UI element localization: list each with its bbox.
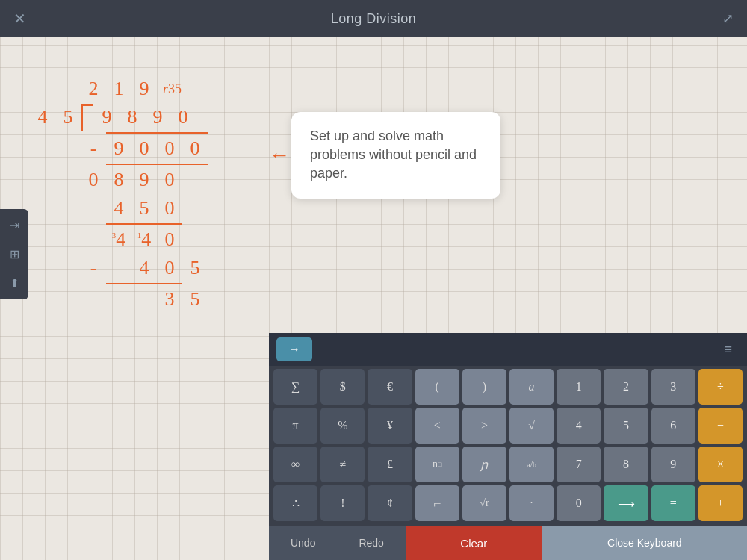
key-sqrt-r[interactable]: √r: [462, 485, 506, 521]
key-euro[interactable]: €: [368, 369, 412, 405]
keyboard-bottom-row: Undo Redo Clear Close Keyboard: [269, 526, 747, 560]
key-pound[interactable]: £: [368, 447, 412, 482]
dividend-digit-3: 9: [145, 106, 170, 128]
sidebar-grid-icon[interactable]: ⊞: [7, 244, 22, 264]
key-n-superscript[interactable]: n□: [415, 447, 459, 482]
sub1-digit-1: 9: [106, 137, 131, 160]
kb-row-3: ∞ ≠ £ n□ ɲ a/b 7 8 9 ×: [273, 447, 743, 482]
key-1[interactable]: 1: [557, 369, 601, 405]
result1-digit-4: 0: [157, 169, 182, 191]
key-8[interactable]: 8: [604, 447, 648, 482]
keyboard-lines-icon: ≡: [724, 342, 732, 358]
key-7[interactable]: 7: [557, 447, 601, 482]
division-bracket: [81, 104, 93, 131]
step2-digit-1: 4: [106, 197, 131, 220]
left-sidebar: ⇥ ⊞ ⬆: [0, 209, 28, 299]
quotient-digit-1: 2: [81, 78, 106, 100]
key-6[interactable]: 6: [651, 408, 695, 444]
key-0[interactable]: 0: [557, 485, 601, 521]
key-greater-than[interactable]: >: [462, 408, 506, 444]
divisor-digit-2: 5: [55, 106, 81, 128]
step3-digit-1: 34: [106, 228, 131, 251]
header-bar: ✕ Long Division ⤢: [0, 0, 747, 37]
key-n-stroke[interactable]: ɲ: [462, 447, 506, 482]
kb-row-1: ∑ $ € ( ) a 1 2 3 ÷: [273, 369, 743, 405]
keyboard-arrow-button[interactable]: →: [276, 337, 312, 361]
key-infinity[interactable]: ∞: [273, 447, 317, 482]
subtract-sign-2: -: [81, 257, 106, 279]
key-sqrt[interactable]: √: [509, 408, 554, 444]
dividend-digit-2: 8: [120, 106, 145, 128]
quotient-digit-3: 9: [131, 78, 157, 100]
key-therefore[interactable]: ∴: [273, 485, 317, 521]
redo-button[interactable]: Redo: [337, 526, 405, 560]
kb-row-2: π % ¥ < > √ 4 5 6 −: [273, 408, 743, 444]
sidebar-import-icon[interactable]: ⇥: [7, 215, 22, 235]
key-9[interactable]: 9: [651, 447, 695, 482]
final-digit-2: 3: [157, 288, 182, 311]
key-minus[interactable]: −: [698, 408, 743, 444]
sub2-digit-3: 5: [182, 257, 208, 279]
key-5[interactable]: 5: [604, 408, 648, 444]
tooltip-box: ← Set up and solve math problems without…: [291, 112, 500, 199]
page-title: Long Division: [331, 11, 417, 27]
sub1-digit-3: 0: [157, 137, 182, 160]
kb-row-4: ∴ ! ¢ ⌐ √r · 0 ⟶ = +: [273, 485, 743, 521]
key-percent[interactable]: %: [320, 408, 365, 444]
key-dollar[interactable]: $: [320, 369, 365, 405]
keyboard-toolbar: → ≡: [269, 333, 747, 366]
key-cent[interactable]: ¢: [368, 485, 412, 521]
key-3[interactable]: 3: [651, 369, 695, 405]
sidebar-share-icon[interactable]: ⬆: [7, 273, 22, 293]
key-4[interactable]: 4: [557, 408, 601, 444]
divisor-digit-1: 4: [30, 106, 55, 128]
key-multiply[interactable]: ×: [698, 447, 743, 482]
key-less-than[interactable]: <: [415, 408, 459, 444]
sub1-digit-2: 0: [131, 137, 157, 160]
final-digit-3: 5: [182, 288, 208, 311]
key-plus[interactable]: +: [698, 485, 743, 521]
key-exclaim[interactable]: !: [320, 485, 365, 521]
expand-icon[interactable]: ⤢: [722, 10, 734, 27]
keyboard-key-rows: ∑ $ € ( ) a 1 2 3 ÷ π % ¥ < > √ 4 5 6 − …: [269, 366, 747, 526]
division-line-1: [106, 132, 208, 134]
tooltip-arrow-icon: ←: [269, 140, 290, 169]
key-not-equal[interactable]: ≠: [320, 447, 365, 482]
key-open-paren[interactable]: (: [415, 369, 459, 405]
division-line-2: [106, 164, 208, 165]
key-yen[interactable]: ¥: [368, 408, 412, 444]
key-floor[interactable]: ⌐: [415, 485, 459, 521]
step3-digit-3: 0: [157, 228, 182, 251]
step2-digit-3: 0: [157, 197, 182, 220]
result1-digit-2: 8: [106, 169, 131, 191]
undo-button[interactable]: Undo: [269, 526, 337, 560]
result1-digit-3: 9: [131, 169, 157, 191]
division-line-4: [106, 283, 182, 284]
key-fraction[interactable]: a/b: [509, 447, 554, 482]
key-right-arrow[interactable]: ⟶: [604, 485, 648, 521]
dividend-digit-4: 0: [170, 106, 196, 128]
key-sum[interactable]: ∑: [273, 369, 317, 405]
step3-digit-2: 14: [131, 228, 157, 251]
subtract-sign-1: -: [81, 137, 106, 160]
math-workspace: 2 1 9 r35 4 5 9 8 9 0 - 9 0 0 0 0 8 9 0 …: [30, 75, 208, 314]
key-var-a[interactable]: a: [509, 369, 554, 405]
division-line-3: [106, 223, 182, 225]
close-icon[interactable]: ✕: [13, 10, 26, 28]
remainder: r35: [163, 81, 182, 97]
sub1-digit-4: 0: [182, 137, 208, 160]
key-2[interactable]: 2: [604, 369, 648, 405]
quotient-digit-2: 1: [106, 78, 131, 100]
keyboard: → ≡ ∑ $ € ( ) a 1 2 3 ÷ π % ¥ < > √ 4 5: [269, 333, 747, 560]
dividend-digit-1: 9: [94, 106, 120, 128]
key-close-paren[interactable]: ): [462, 369, 506, 405]
sub2-digit-1: 4: [131, 257, 157, 279]
key-pi[interactable]: π: [273, 408, 317, 444]
close-keyboard-button[interactable]: Close Keyboard: [542, 526, 747, 560]
key-equals[interactable]: =: [651, 485, 695, 521]
key-dot[interactable]: ·: [509, 485, 554, 521]
key-divide[interactable]: ÷: [698, 369, 743, 405]
tooltip-text: Set up and solve math problems without p…: [310, 128, 477, 181]
step2-digit-2: 5: [131, 197, 157, 220]
clear-button[interactable]: Clear: [406, 526, 542, 560]
